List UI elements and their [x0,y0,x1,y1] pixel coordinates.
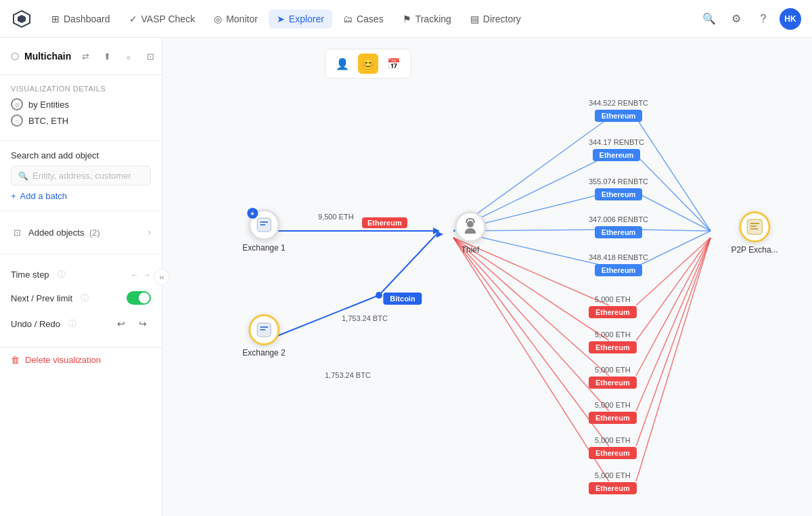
thief-circle [455,211,486,242]
red-eth-badge-3: Ethereum [589,377,637,389]
exchange2-label: Exchange 2 [242,348,285,358]
nav-monitor[interactable]: ◎ Monitor [206,9,266,28]
search-button[interactable]: 🔍 [698,8,720,30]
red-eth-badge-2: Ethereum [589,341,637,353]
nav-cases[interactable]: 🗂 Cases [335,9,392,28]
added-objects-left: ⊡ Added objects (2) [11,226,100,238]
cases-icon: 🗂 [343,14,353,24]
swap-icon-btn[interactable]: ⇄ [76,47,94,65]
red-amount-2: 5,000 ETH [595,330,631,339]
toggle-knob [139,293,150,303]
nav-explorer[interactable]: ➤ Explorer [269,9,332,28]
share-icon-btn[interactable]: ⬦ [120,47,137,65]
search-input[interactable] [32,171,143,181]
add-batch-label: Add a batch [20,191,67,201]
blue-node-3[interactable]: 355.074 RENBTC Ethereum [589,177,648,200]
nav-directory-label: Directory [483,14,521,24]
box-icon: ⊡ [11,226,23,238]
svg-rect-40 [750,228,758,230]
nav-directory[interactable]: ▤ Directory [462,9,529,28]
red-node-6[interactable]: 5,000 ETH Ethereum [589,471,637,494]
bitcoin-badge: Bitcoin [383,293,422,305]
logo[interactable] [11,8,32,30]
plus-icon: + [11,191,16,201]
blue-node-4[interactable]: 347.006 RENBTC Ethereum [589,215,648,238]
svg-rect-39 [750,225,757,227]
red-node-4[interactable]: 5,000 ETH Ethereum [589,401,637,424]
explorer-icon: ➤ [277,14,285,24]
added-objects-row[interactable]: ⊡ Added objects (2) › [11,221,151,244]
undo-redo-buttons: ↩ ↪ [113,316,151,332]
red-node-3[interactable]: 5,000 ETH Ethereum [589,366,637,389]
user-avatar[interactable]: HK [780,8,801,30]
trash-icon: 🗑 [11,355,20,365]
red-amount-6: 5,000 ETH [595,471,631,479]
time-step-left: Time step ⓘ [11,269,66,280]
upload-icon-btn[interactable]: ⬆ [98,47,116,65]
blue-eth-badge-1: Ethereum [595,110,643,122]
redo-button[interactable]: ↪ [135,316,151,332]
red-eth-badge-4: Ethereum [589,412,637,424]
sidebar-collapse-button[interactable]: ‹‹ [154,269,170,285]
nav-monitor-label: Monitor [226,14,258,24]
exchange1-label: Exchange 1 [242,243,285,253]
added-objects-section: ⊡ Added objects (2) › [0,211,162,254]
nav-tracking[interactable]: ⚑ Tracking [394,9,459,28]
thief-node[interactable]: Thief [455,211,486,255]
emoji-button[interactable]: 😊 [358,53,378,74]
help-button[interactable]: ? [752,8,774,30]
calendar-button[interactable]: 📅 [384,53,404,74]
exchange1-node[interactable]: + Exchange 1 [242,209,285,253]
p2p-label: P2P Excha... [731,245,777,255]
toggle-container [127,291,151,305]
undo-redo-row: Undo / Redo ⓘ ↩ ↪ [11,310,151,337]
red-node-2[interactable]: 5,000 ETH Ethereum [589,330,637,353]
added-objects-chevron: › [148,228,151,237]
delete-visualization-button[interactable]: 🗑 Delete visualization [0,347,162,372]
svg-rect-38 [750,223,759,224]
p2p-node[interactable]: P2P Excha... [731,211,777,255]
blue-node-2[interactable]: 344.17 RENBTC Ethereum [589,138,644,161]
blue-amount-3: 355.074 RENBTC [589,177,648,186]
search-box[interactable]: 🔍 [11,166,151,186]
next-prev-toggle[interactable] [127,291,151,305]
settings-button[interactable]: ⚙ [725,8,747,30]
main-layout: ⬡ Multichain ⇄ ⬆ ⬦ ⊡ Visualization detai… [0,38,812,516]
nav-vasp-check[interactable]: ✓ VASP Check [121,9,204,28]
red-node-1[interactable]: 5,000 ETH Ethereum [589,295,637,318]
btc-eth-text: BTC, ETH [28,116,68,126]
svg-rect-34 [260,326,268,328]
nav-right-actions: 🔍 ⚙ ? HK [698,8,801,30]
blue-eth-badge-4: Ethereum [595,226,643,238]
thief-label: Thief [461,245,480,255]
graph-svg [162,38,812,516]
nav-dashboard[interactable]: ⊞ Dashboard [43,9,118,28]
next-prev-left: Next / Prev limit ⓘ [11,293,89,304]
bitcoin-node[interactable]: Bitcoin [383,293,422,305]
red-amount-4: 5,000 ETH [595,401,631,409]
right-arrow-icon[interactable]: → [143,270,151,280]
left-arrow-icon[interactable]: ← [131,270,139,280]
entity-view-button[interactable]: 👤 [332,53,353,74]
svg-line-7 [636,118,710,231]
sidebar-header: ⬡ Multichain ⇄ ⬆ ⬦ ⊡ [0,38,162,75]
btc-eth-row: ○ BTC, ETH [11,114,151,127]
tx-btc-label: 1,753.24 BTC [342,314,388,322]
graph-area[interactable]: 👤 😊 📅 [162,38,812,516]
undo-redo-text: Undo / Redo [11,319,60,329]
blue-node-5[interactable]: 348.418 RENBTC Ethereum [589,253,648,276]
blue-node-1[interactable]: 344.522 RENBTC Ethereum [589,99,648,122]
by-entities-text: by Entities [28,100,69,110]
next-prev-text: Next / Prev limit [11,293,72,303]
graph-toolbar: 👤 😊 📅 [325,49,411,79]
next-prev-info-icon: ⓘ [81,293,89,304]
add-batch-button[interactable]: + Add a batch [11,191,151,201]
undo-button[interactable]: ↩ [113,316,129,332]
red-node-5[interactable]: 5,000 ETH Ethereum [589,436,637,459]
exchange2-circle [248,314,279,345]
tracking-icon: ⚑ [403,14,411,24]
directory-icon: ▤ [470,14,479,24]
save-icon-btn[interactable]: ⊡ [141,47,159,65]
exchange2-node[interactable]: Exchange 2 [242,314,285,358]
delete-label: Delete visualization [25,355,101,365]
